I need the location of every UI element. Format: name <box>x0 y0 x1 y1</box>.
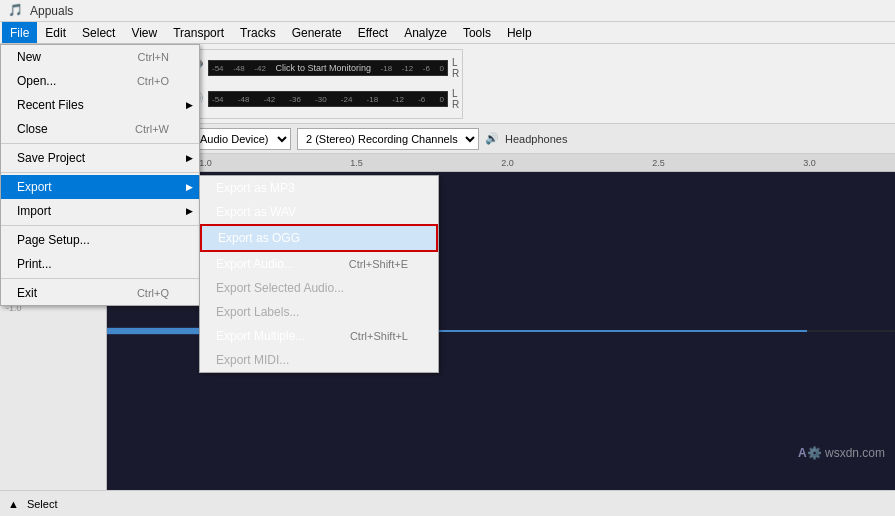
file-exit[interactable]: Exit Ctrl+Q <box>1 281 199 305</box>
export-mp3[interactable]: Export as MP3 <box>200 176 438 200</box>
app-icon: 🎵 <box>8 3 24 19</box>
file-close[interactable]: Close Ctrl+W <box>1 117 199 141</box>
export-selected-audio: Export Selected Audio... <box>200 276 438 300</box>
export-labels: Export Labels... <box>200 300 438 324</box>
file-print[interactable]: Print... <box>1 252 199 276</box>
file-menu-dropdown: New Ctrl+N Open... Ctrl+O Recent Files C… <box>0 44 200 306</box>
menu-bar: File Edit Select View Transport Tracks G… <box>0 22 895 44</box>
title-bar: 🎵 Appuals <box>0 0 895 22</box>
menu-help[interactable]: Help <box>499 22 540 43</box>
app-title: Appuals <box>30 4 73 18</box>
file-export[interactable]: Export Export as MP3 Export as WAV Expor… <box>1 175 199 199</box>
export-midi: Export MIDI... <box>200 348 438 372</box>
menu-transport[interactable]: Transport <box>165 22 232 43</box>
menu-view[interactable]: View <box>123 22 165 43</box>
timeline-ruler: 1.0 1.5 2.0 2.5 3.0 <box>120 154 895 171</box>
speaker-device-icon: 🔊 <box>485 132 499 145</box>
file-recent[interactable]: Recent Files <box>1 93 199 117</box>
menu-tracks[interactable]: Tracks <box>232 22 284 43</box>
file-save-project[interactable]: Save Project <box>1 146 199 170</box>
watermark: A⚙️ wsxdn.com <box>798 446 885 460</box>
menu-file[interactable]: File <box>2 22 37 43</box>
cursor-icon: ▲ <box>8 498 19 510</box>
menu-sep-1 <box>1 143 199 144</box>
menu-select[interactable]: Select <box>74 22 123 43</box>
export-submenu: Export as MP3 Export as WAV Export as OG… <box>199 175 439 373</box>
menu-edit[interactable]: Edit <box>37 22 74 43</box>
status-bar: ▲ Select <box>0 490 895 516</box>
file-import[interactable]: Import <box>1 199 199 223</box>
monitor-button[interactable]: Click to Start Monitoring <box>275 63 371 73</box>
file-open[interactable]: Open... Ctrl+O <box>1 69 199 93</box>
export-ogg[interactable]: Export as OGG <box>200 224 438 252</box>
vu-meter-input: -54 -48 -42 Click to Start Monitoring -1… <box>208 60 448 76</box>
export-multiple[interactable]: Export Multiple... Ctrl+Shift+L <box>200 324 438 348</box>
menu-sep-3 <box>1 225 199 226</box>
menu-tools[interactable]: Tools <box>455 22 499 43</box>
vu-meter-output: -54 -48 -42 -36 -30 -24 -18 -12 -6 0 <box>208 91 448 107</box>
select-label[interactable]: Select <box>27 498 58 510</box>
output-device-label: Headphones <box>505 133 567 145</box>
export-audio[interactable]: Export Audio... Ctrl+Shift+E <box>200 252 438 276</box>
menu-effect[interactable]: Effect <box>350 22 396 43</box>
menu-analyze[interactable]: Analyze <box>396 22 455 43</box>
channels-select[interactable]: 2 (Stereo) Recording Channels <box>297 128 479 150</box>
menu-sep-2 <box>1 172 199 173</box>
vu-meter-section: 🎤 -54 -48 -42 Click to Start Monitoring … <box>180 49 463 119</box>
menu-generate[interactable]: Generate <box>284 22 350 43</box>
menu-sep-4 <box>1 278 199 279</box>
file-new[interactable]: New Ctrl+N <box>1 45 199 69</box>
export-wav[interactable]: Export as WAV <box>200 200 438 224</box>
file-page-setup[interactable]: Page Setup... <box>1 228 199 252</box>
